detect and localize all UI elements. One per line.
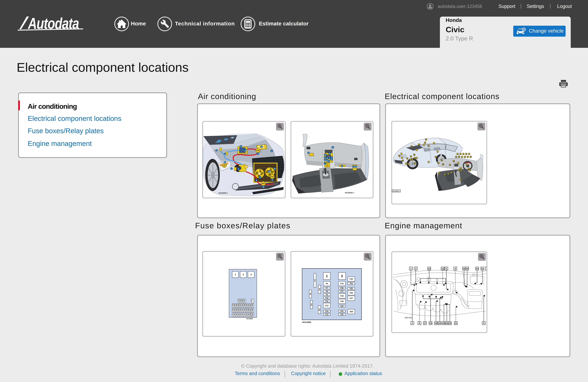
svg-text:F18: F18	[340, 295, 344, 297]
svg-text:46: 46	[439, 172, 440, 174]
svg-text:AD1195095 ©: AD1195095 ©	[218, 192, 228, 194]
svg-text:15: 15	[429, 322, 432, 325]
svg-text:F26: F26	[350, 292, 353, 294]
svg-text:21: 21	[481, 267, 484, 270]
svg-text:AD113958: AD113958	[302, 321, 311, 323]
svg-text:37: 37	[416, 157, 418, 159]
svg-text:15: 15	[274, 168, 275, 170]
svg-text:11: 11	[341, 166, 343, 168]
svg-text:35: 35	[466, 164, 468, 166]
svg-text:F23: F23	[232, 304, 233, 306]
svg-text:42: 42	[460, 170, 462, 171]
svg-text:F4: F4	[238, 314, 239, 315]
svg-text:F25: F25	[350, 287, 353, 289]
svg-text:16: 16	[224, 162, 226, 164]
svg-text:13: 13	[428, 267, 430, 270]
svg-text:F30: F30	[246, 304, 247, 306]
svg-text:1: 1	[401, 153, 402, 154]
svg-text:AD1195093 ©: AD1195093 ©	[345, 192, 354, 194]
svg-text:F11: F11	[252, 313, 253, 316]
svg-text:F5: F5	[240, 314, 241, 315]
svg-text:F28: F28	[350, 310, 353, 313]
svg-text:20: 20	[443, 322, 445, 325]
svg-text:39: 39	[442, 164, 444, 165]
svg-text:23: 23	[449, 322, 451, 325]
svg-text:F22: F22	[252, 309, 253, 311]
svg-text:23: 23	[410, 156, 412, 157]
svg-text:4: 4	[406, 163, 406, 164]
svg-text:55: 55	[447, 173, 449, 175]
svg-text:F19: F19	[340, 300, 344, 302]
svg-text:F16: F16	[341, 287, 343, 289]
svg-text:F18: F18	[244, 309, 245, 311]
svg-text:10: 10	[245, 150, 247, 152]
svg-text:12: 12	[224, 153, 226, 155]
svg-text:F16: F16	[240, 309, 241, 311]
svg-text:16: 16	[458, 170, 460, 171]
svg-text:18: 18	[435, 322, 437, 325]
svg-text:22: 22	[446, 322, 448, 325]
svg-text:F8: F8	[326, 290, 328, 292]
svg-text:26: 26	[441, 160, 442, 161]
svg-text:1: 1	[235, 273, 236, 276]
svg-text:F36: F36	[242, 300, 243, 302]
svg-text:1: 1	[410, 267, 411, 270]
svg-text:31: 31	[461, 156, 463, 158]
svg-text:F4: F4	[318, 288, 320, 290]
svg-text:13: 13	[410, 159, 411, 161]
svg-text:9: 9	[483, 322, 484, 325]
svg-text:1: 1	[238, 168, 239, 170]
svg-text:17: 17	[468, 153, 470, 155]
svg-text:16: 16	[355, 166, 357, 168]
svg-text:14: 14	[353, 166, 355, 168]
svg-text:F25: F25	[236, 304, 237, 306]
svg-text:47: 47	[467, 156, 468, 158]
svg-text:15: 15	[465, 153, 467, 155]
svg-text:12: 12	[308, 152, 309, 154]
svg-text:F21: F21	[250, 309, 251, 311]
svg-text:F15: F15	[340, 283, 344, 285]
svg-text:19: 19	[466, 267, 468, 270]
svg-text:F21: F21	[341, 310, 343, 312]
svg-text:F20: F20	[248, 309, 249, 311]
svg-text:9: 9	[240, 146, 241, 148]
svg-text:F14: F14	[325, 314, 328, 315]
svg-text:14: 14	[476, 267, 478, 270]
svg-text:F9: F9	[248, 314, 249, 315]
svg-text:6: 6	[419, 322, 420, 325]
svg-text:5: 5	[271, 150, 272, 152]
svg-text:F17: F17	[242, 309, 243, 311]
svg-text:F27: F27	[240, 304, 241, 306]
svg-text:5: 5	[402, 157, 402, 158]
svg-text:18: 18	[411, 146, 412, 147]
svg-text:F12: F12	[232, 309, 233, 311]
svg-text:1: 1	[324, 163, 325, 165]
svg-text:9: 9	[325, 154, 326, 156]
svg-text:F23: F23	[350, 278, 353, 280]
svg-text:F24: F24	[234, 304, 235, 306]
svg-text:F2: F2	[234, 314, 235, 315]
svg-text:14: 14	[262, 186, 264, 188]
svg-text:8: 8	[437, 151, 438, 153]
svg-text:3: 3	[415, 267, 416, 270]
svg-text:F8: F8	[246, 314, 247, 315]
svg-text:6: 6	[324, 157, 325, 159]
svg-text:53: 53	[468, 168, 470, 170]
svg-text:F13: F13	[325, 310, 328, 312]
svg-text:7: 7	[329, 157, 330, 159]
svg-text:1: 1	[326, 274, 328, 278]
svg-text:13: 13	[326, 157, 328, 159]
svg-text:50: 50	[450, 172, 452, 173]
svg-text:3: 3	[332, 147, 333, 149]
svg-text:F22: F22	[341, 314, 343, 315]
svg-text:F11: F11	[325, 300, 328, 302]
svg-text:4: 4	[455, 267, 456, 270]
svg-text:AB9 3622: AB9 3622	[405, 317, 412, 319]
svg-text:5: 5	[446, 267, 447, 270]
svg-text:F1: F1	[232, 314, 233, 315]
svg-text:2: 2	[259, 177, 260, 178]
svg-text:F3: F3	[310, 304, 313, 306]
svg-text:3: 3	[434, 143, 434, 144]
svg-text:7: 7	[257, 153, 258, 155]
svg-text:F19: F19	[246, 309, 247, 311]
